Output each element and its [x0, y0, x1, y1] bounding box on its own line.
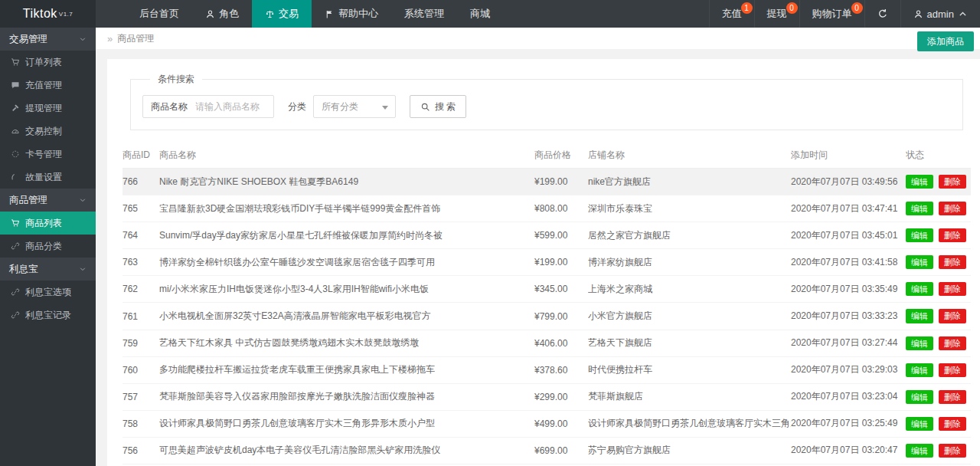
sidebar-group-header[interactable]: 商品管理 [0, 189, 96, 212]
delete-button[interactable]: 删除 [939, 309, 966, 323]
sidebar-item[interactable]: 故量设置 [0, 166, 96, 189]
product-price-cell: ¥199.00 [534, 249, 588, 276]
edit-button[interactable]: 编辑 [906, 255, 933, 269]
sidebar-item-label: 商品分类 [25, 240, 62, 253]
actions-cell: 编辑删除 [906, 410, 971, 437]
sidebar-group-header[interactable]: 交易管理 [0, 28, 96, 51]
refresh-button[interactable] [864, 0, 900, 28]
search-button[interactable]: 搜 索 [410, 95, 466, 118]
sidebar-item[interactable]: 利息宝选项 [0, 281, 96, 304]
sidebar-group-label: 利息宝 [9, 263, 38, 276]
products-table: 商品ID商品名称商品价格店铺名称添加时间状态 766Nike 耐克官方NIKE … [122, 143, 971, 466]
delete-button[interactable]: 删除 [939, 444, 966, 458]
hammer-icon [11, 103, 20, 113]
sidebar-item-label: 故量设置 [25, 171, 62, 184]
nav-item[interactable]: 帮助中心 [312, 0, 391, 28]
product-name-cell: 可思美超声波铲皮机day本电子美容仪毛孔清洁脸部黑头铲家用洗脸仪 [159, 437, 534, 464]
nav-item[interactable]: 角色 [192, 0, 252, 28]
actions-cell: 编辑删除 [906, 356, 971, 383]
edit-button[interactable]: 编辑 [906, 228, 933, 242]
topbar-shortcut-label: 充值 [722, 7, 742, 21]
delete-button[interactable]: 删除 [939, 202, 966, 215]
sidebar-item[interactable]: 提现管理 [0, 97, 96, 120]
nav-item-label: 交易 [279, 7, 299, 21]
username: admin [927, 8, 954, 20]
sidebar-item[interactable]: 充值管理 [0, 74, 96, 97]
nav-item[interactable]: 交易 [252, 0, 312, 28]
sidebar-item-label: 商品列表 [25, 217, 62, 230]
edit-button[interactable]: 编辑 [906, 417, 933, 431]
sidebar-group-header[interactable]: 利息宝 [0, 258, 96, 281]
delete-button[interactable]: 删除 [939, 175, 966, 189]
actions-cell: 编辑删除 [906, 276, 971, 303]
table-row: 757梵菲斯脸部美容导入仪器家用脸部按摩光子嫩肤洗脸洁面仪瘦脸神器¥299.00… [122, 383, 971, 410]
sidebar-item[interactable]: 商品列表 [0, 212, 96, 235]
shop-name-cell: 小米官方旗舰店 [588, 303, 791, 330]
caret-down-icon [382, 106, 388, 110]
delete-button[interactable]: 删除 [939, 363, 966, 377]
edit-button[interactable]: 编辑 [906, 202, 933, 215]
delete-button[interactable]: 删除 [939, 282, 966, 296]
topbar-shortcut-label: 购物订单 [812, 7, 852, 21]
product-id-cell: 762 [122, 276, 159, 303]
search-panel: 条件搜索 商品名称 分类 所有分类 搜 索 [130, 73, 963, 130]
product-price-cell: ¥199.00 [534, 169, 588, 195]
user-menu[interactable]: admin [900, 0, 980, 28]
chevron-down-icon [79, 35, 87, 43]
hamburger-icon[interactable] [96, 0, 126, 28]
nav-item-label: 角色 [219, 7, 239, 21]
delete-button[interactable]: 删除 [939, 255, 966, 269]
table-column-header: 商品ID [122, 143, 159, 169]
chat-icon [11, 80, 20, 90]
edit-button[interactable]: 编辑 [906, 175, 933, 189]
nav-item[interactable]: 后台首页 [126, 0, 192, 28]
topbar-right-menu: 充值1提现0购物订单0admin [709, 0, 980, 28]
topbar-shortcut[interactable]: 充值1 [709, 0, 754, 28]
product-id-cell: 761 [122, 303, 159, 330]
delete-button[interactable]: 删除 [939, 228, 966, 242]
product-name-input[interactable] [195, 97, 273, 116]
shop-name-cell: 博洋家纺旗舰店 [588, 249, 791, 276]
topbar-shortcut[interactable]: 购物订单0 [799, 0, 864, 28]
edit-button[interactable]: 编辑 [906, 282, 933, 296]
product-name-cell: 多功能爬楼拉杆车搬运拉货老虎车载重王便携家具家电上下楼梯拖车 [159, 356, 534, 383]
sidebar-item[interactable]: 订单列表 [0, 51, 96, 74]
shop-name-cell: 居然之家官方旗舰店 [588, 222, 791, 249]
edit-button[interactable]: 编辑 [906, 309, 933, 323]
product-name-cell: 博洋家纺全棉针织毯办公室午睡毯沙发空调毯家居宿舍毯子四季可用 [159, 249, 534, 276]
search-button-label: 搜 索 [435, 100, 456, 113]
nav-item[interactable]: 系统管理 [391, 0, 457, 28]
category-select[interactable]: 所有分类 [313, 95, 396, 118]
edit-button[interactable]: 编辑 [906, 444, 933, 458]
table-row: 766Nike 耐克官方NIKE SHOEBOX 鞋包夏季BA6149¥199.… [122, 169, 971, 195]
search-icon [420, 102, 430, 112]
edit-button[interactable]: 编辑 [906, 336, 933, 350]
actions-cell: 编辑删除 [906, 249, 971, 276]
topbar-shortcut[interactable]: 提现0 [754, 0, 799, 28]
edit-button[interactable]: 编辑 [906, 363, 933, 377]
sidebar-item[interactable]: 交易控制 [0, 120, 96, 143]
added-time-cell: 2020年07月07日 03:27:44 [791, 330, 906, 356]
actions-cell: 编辑删除 [906, 222, 971, 249]
product-price-cell: ¥406.00 [534, 330, 588, 356]
delete-button[interactable]: 删除 [939, 417, 966, 431]
sidebar-item[interactable]: 卡号管理 [0, 143, 96, 166]
sidebar-item[interactable]: 商品分类 [0, 235, 96, 258]
edit-button[interactable]: 编辑 [906, 390, 933, 404]
product-id-cell: 757 [122, 383, 159, 410]
shop-name-cell: nike官方旗舰店 [588, 169, 791, 195]
product-price-cell: ¥699.00 [534, 437, 588, 464]
sidebar: 交易管理订单列表充值管理提现管理交易控制卡号管理故量设置商品管理商品列表商品分类… [0, 28, 96, 466]
delete-button[interactable]: 删除 [939, 390, 966, 404]
add-product-button[interactable]: 添加商品 [917, 31, 974, 51]
added-time-cell: 2020年07月07日 03:45:01 [791, 222, 906, 249]
table-column-header: 商品名称 [159, 143, 534, 169]
actions-cell: 编辑删除 [906, 303, 971, 330]
nav-item[interactable]: 商城 [457, 0, 503, 28]
sidebar-item[interactable]: 利息宝记录 [0, 304, 96, 327]
product-id-cell: 759 [122, 330, 159, 356]
nav-item-label: 后台首页 [139, 7, 179, 21]
delete-button[interactable]: 删除 [939, 336, 966, 350]
gauge-icon [11, 126, 20, 136]
breadcrumb: 商品管理 [117, 32, 154, 45]
